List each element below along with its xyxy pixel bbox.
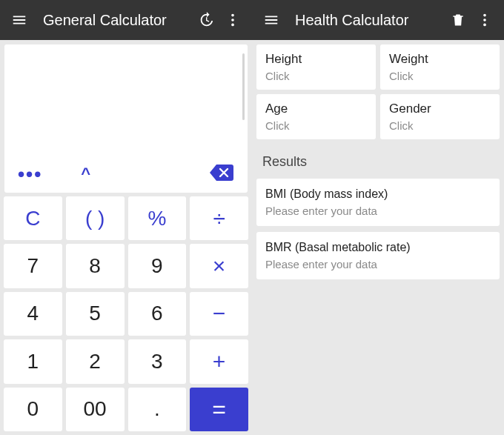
svg-point-5 bbox=[483, 24, 486, 27]
input-hint: Click bbox=[389, 119, 491, 132]
appbar-title-left: General Calculator bbox=[43, 12, 193, 29]
svg-point-2 bbox=[231, 24, 234, 27]
svg-point-3 bbox=[483, 14, 486, 17]
input-label: Height bbox=[265, 52, 367, 67]
key-plus[interactable]: + bbox=[190, 339, 248, 383]
menu-icon-right[interactable] bbox=[258, 7, 285, 33]
key-4[interactable]: 4 bbox=[4, 292, 62, 336]
key-3[interactable]: 3 bbox=[128, 339, 187, 383]
health-calculator-pane: Health Calculator Height Click Weight Cl… bbox=[252, 0, 504, 435]
svg-point-4 bbox=[483, 19, 486, 21]
health-inputs: Height Click Weight Click Age Click Gend… bbox=[252, 40, 504, 144]
key-divide[interactable]: ÷ bbox=[190, 196, 248, 240]
delete-icon[interactable] bbox=[445, 7, 471, 33]
input-age[interactable]: Age Click bbox=[256, 94, 376, 139]
key-2[interactable]: 2 bbox=[66, 339, 125, 383]
input-hint: Click bbox=[265, 119, 367, 132]
result-title: BMR (Basal metabolic rate) bbox=[265, 241, 491, 254]
result-bmi: BMI (Body mass index) Please enter your … bbox=[256, 179, 500, 226]
input-height[interactable]: Height Click bbox=[256, 44, 376, 90]
svg-point-0 bbox=[231, 14, 234, 17]
calculator-display[interactable]: ••• ^ bbox=[4, 44, 248, 193]
appbar-right: Health Calculator bbox=[252, 0, 504, 40]
backspace-button[interactable] bbox=[209, 163, 234, 185]
key-percent[interactable]: % bbox=[128, 196, 187, 240]
key-minus[interactable]: − bbox=[190, 292, 248, 336]
input-gender[interactable]: Gender Click bbox=[380, 94, 500, 139]
history-icon[interactable] bbox=[193, 7, 219, 33]
input-weight[interactable]: Weight Click bbox=[380, 44, 500, 90]
more-icon-right[interactable] bbox=[471, 7, 498, 33]
key-7[interactable]: 7 bbox=[4, 244, 62, 288]
secondary-row: ••• ^ bbox=[4, 163, 248, 193]
input-label: Weight bbox=[389, 52, 491, 67]
key-equals[interactable]: = bbox=[190, 388, 248, 431]
input-label: Gender bbox=[389, 102, 491, 116]
key-00[interactable]: 00 bbox=[66, 388, 125, 431]
key-dot[interactable]: . bbox=[128, 388, 187, 431]
results-header: Results bbox=[252, 144, 504, 179]
result-bmr: BMR (Basal metabolic rate) Please enter … bbox=[256, 232, 500, 279]
appbar-title-right: Health Calculator bbox=[295, 12, 445, 29]
key-multiply[interactable]: × bbox=[190, 244, 248, 288]
key-1[interactable]: 1 bbox=[4, 339, 62, 383]
key-8[interactable]: 8 bbox=[66, 244, 125, 288]
more-icon-left[interactable] bbox=[219, 7, 246, 33]
keypad: C ( ) % ÷ 7 8 9 × 4 5 6 − 1 2 3 + 0 00 .… bbox=[0, 193, 252, 435]
key-clear[interactable]: C bbox=[4, 196, 62, 240]
key-5[interactable]: 5 bbox=[66, 292, 125, 336]
input-hint: Click bbox=[265, 70, 367, 82]
key-9[interactable]: 9 bbox=[128, 244, 187, 288]
result-title: BMI (Body mass index) bbox=[265, 187, 491, 201]
more-functions-button[interactable]: ••• bbox=[18, 165, 42, 184]
input-label: Age bbox=[265, 102, 367, 116]
input-hint: Click bbox=[389, 70, 491, 82]
key-0[interactable]: 0 bbox=[4, 388, 62, 431]
scroll-indicator bbox=[242, 53, 245, 120]
result-subtitle: Please enter your data bbox=[265, 258, 491, 270]
result-subtitle: Please enter your data bbox=[265, 205, 491, 217]
key-parentheses[interactable]: ( ) bbox=[66, 196, 125, 240]
general-calculator-pane: General Calculator ••• ^ C ( ) bbox=[0, 0, 252, 435]
key-6[interactable]: 6 bbox=[128, 292, 187, 336]
appbar-left: General Calculator bbox=[0, 0, 252, 40]
menu-icon[interactable] bbox=[6, 7, 33, 33]
power-button[interactable]: ^ bbox=[81, 165, 90, 184]
svg-point-1 bbox=[231, 19, 234, 21]
